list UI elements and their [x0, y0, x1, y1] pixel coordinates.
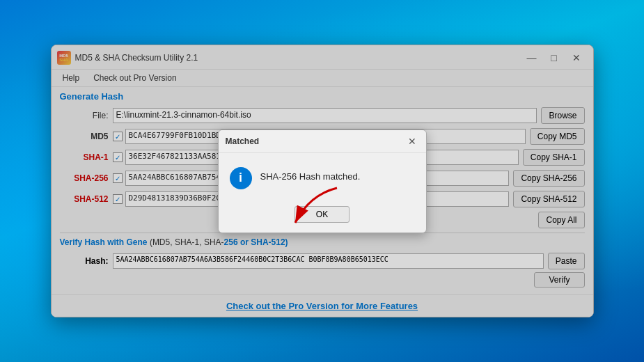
modal-info-icon: i: [230, 167, 252, 189]
modal-footer: OK: [219, 200, 426, 233]
modal-title: Matched: [226, 136, 260, 146]
modal-title-bar: Matched ✕: [219, 130, 426, 153]
modal-body: i SHA-256 Hash matched.: [219, 153, 426, 200]
modal-overlay: Matched ✕ i SHA-256 Hash matched. OK: [52, 45, 593, 317]
main-window: MD5 SHA MD5 & SHA Checksum Utility 2.1 —…: [51, 45, 594, 317]
modal-ok-button[interactable]: OK: [294, 206, 350, 223]
modal-close-button[interactable]: ✕: [405, 134, 419, 148]
modal-message: SHA-256 Hash matched.: [260, 167, 361, 182]
matched-modal: Matched ✕ i SHA-256 Hash matched. OK: [218, 129, 427, 233]
